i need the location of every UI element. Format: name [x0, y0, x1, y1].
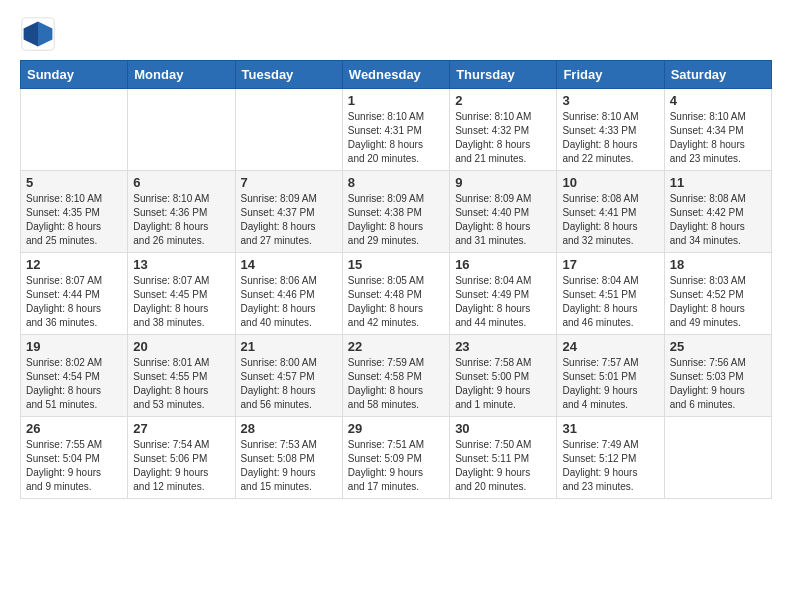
day-cell: 31Sunrise: 7:49 AM Sunset: 5:12 PM Dayli…: [557, 417, 664, 499]
day-info: Sunrise: 8:03 AM Sunset: 4:52 PM Dayligh…: [670, 274, 766, 330]
day-number: 26: [26, 421, 122, 436]
day-info: Sunrise: 7:57 AM Sunset: 5:01 PM Dayligh…: [562, 356, 658, 412]
day-info: Sunrise: 8:07 AM Sunset: 4:44 PM Dayligh…: [26, 274, 122, 330]
day-info: Sunrise: 8:10 AM Sunset: 4:32 PM Dayligh…: [455, 110, 551, 166]
day-cell: 19Sunrise: 8:02 AM Sunset: 4:54 PM Dayli…: [21, 335, 128, 417]
day-cell: 10Sunrise: 8:08 AM Sunset: 4:41 PM Dayli…: [557, 171, 664, 253]
weekday-header-row: SundayMondayTuesdayWednesdayThursdayFrid…: [21, 61, 772, 89]
weekday-header-wednesday: Wednesday: [342, 61, 449, 89]
day-info: Sunrise: 7:49 AM Sunset: 5:12 PM Dayligh…: [562, 438, 658, 494]
day-info: Sunrise: 8:08 AM Sunset: 4:41 PM Dayligh…: [562, 192, 658, 248]
day-info: Sunrise: 7:56 AM Sunset: 5:03 PM Dayligh…: [670, 356, 766, 412]
day-cell: 18Sunrise: 8:03 AM Sunset: 4:52 PM Dayli…: [664, 253, 771, 335]
day-number: 21: [241, 339, 337, 354]
day-number: 1: [348, 93, 444, 108]
day-info: Sunrise: 8:09 AM Sunset: 4:38 PM Dayligh…: [348, 192, 444, 248]
day-cell: 21Sunrise: 8:00 AM Sunset: 4:57 PM Dayli…: [235, 335, 342, 417]
day-info: Sunrise: 8:09 AM Sunset: 4:40 PM Dayligh…: [455, 192, 551, 248]
day-cell: [21, 89, 128, 171]
day-info: Sunrise: 8:09 AM Sunset: 4:37 PM Dayligh…: [241, 192, 337, 248]
day-number: 15: [348, 257, 444, 272]
week-row-2: 5Sunrise: 8:10 AM Sunset: 4:35 PM Daylig…: [21, 171, 772, 253]
day-number: 5: [26, 175, 122, 190]
day-info: Sunrise: 8:10 AM Sunset: 4:33 PM Dayligh…: [562, 110, 658, 166]
day-number: 3: [562, 93, 658, 108]
calendar-table: SundayMondayTuesdayWednesdayThursdayFrid…: [20, 60, 772, 499]
logo-icon: [20, 16, 56, 52]
day-cell: 14Sunrise: 8:06 AM Sunset: 4:46 PM Dayli…: [235, 253, 342, 335]
day-cell: 7Sunrise: 8:09 AM Sunset: 4:37 PM Daylig…: [235, 171, 342, 253]
day-cell: 25Sunrise: 7:56 AM Sunset: 5:03 PM Dayli…: [664, 335, 771, 417]
day-number: 23: [455, 339, 551, 354]
day-number: 10: [562, 175, 658, 190]
day-cell: 29Sunrise: 7:51 AM Sunset: 5:09 PM Dayli…: [342, 417, 449, 499]
day-number: 25: [670, 339, 766, 354]
day-cell: 4Sunrise: 8:10 AM Sunset: 4:34 PM Daylig…: [664, 89, 771, 171]
day-number: 18: [670, 257, 766, 272]
day-cell: 20Sunrise: 8:01 AM Sunset: 4:55 PM Dayli…: [128, 335, 235, 417]
day-number: 20: [133, 339, 229, 354]
day-cell: [235, 89, 342, 171]
day-number: 13: [133, 257, 229, 272]
day-cell: 2Sunrise: 8:10 AM Sunset: 4:32 PM Daylig…: [450, 89, 557, 171]
day-number: 17: [562, 257, 658, 272]
day-info: Sunrise: 8:10 AM Sunset: 4:36 PM Dayligh…: [133, 192, 229, 248]
day-info: Sunrise: 7:59 AM Sunset: 4:58 PM Dayligh…: [348, 356, 444, 412]
week-row-5: 26Sunrise: 7:55 AM Sunset: 5:04 PM Dayli…: [21, 417, 772, 499]
day-cell: 24Sunrise: 7:57 AM Sunset: 5:01 PM Dayli…: [557, 335, 664, 417]
day-number: 28: [241, 421, 337, 436]
day-number: 4: [670, 93, 766, 108]
day-cell: 17Sunrise: 8:04 AM Sunset: 4:51 PM Dayli…: [557, 253, 664, 335]
day-info: Sunrise: 8:07 AM Sunset: 4:45 PM Dayligh…: [133, 274, 229, 330]
logo: [20, 16, 60, 52]
week-row-4: 19Sunrise: 8:02 AM Sunset: 4:54 PM Dayli…: [21, 335, 772, 417]
day-cell: 1Sunrise: 8:10 AM Sunset: 4:31 PM Daylig…: [342, 89, 449, 171]
day-number: 14: [241, 257, 337, 272]
day-cell: 3Sunrise: 8:10 AM Sunset: 4:33 PM Daylig…: [557, 89, 664, 171]
day-info: Sunrise: 8:01 AM Sunset: 4:55 PM Dayligh…: [133, 356, 229, 412]
day-info: Sunrise: 8:05 AM Sunset: 4:48 PM Dayligh…: [348, 274, 444, 330]
day-cell: 5Sunrise: 8:10 AM Sunset: 4:35 PM Daylig…: [21, 171, 128, 253]
day-number: 29: [348, 421, 444, 436]
day-cell: 27Sunrise: 7:54 AM Sunset: 5:06 PM Dayli…: [128, 417, 235, 499]
day-info: Sunrise: 8:10 AM Sunset: 4:31 PM Dayligh…: [348, 110, 444, 166]
day-info: Sunrise: 8:00 AM Sunset: 4:57 PM Dayligh…: [241, 356, 337, 412]
weekday-header-friday: Friday: [557, 61, 664, 89]
day-cell: 28Sunrise: 7:53 AM Sunset: 5:08 PM Dayli…: [235, 417, 342, 499]
header: [20, 16, 772, 52]
day-number: 7: [241, 175, 337, 190]
day-info: Sunrise: 8:02 AM Sunset: 4:54 PM Dayligh…: [26, 356, 122, 412]
day-cell: 9Sunrise: 8:09 AM Sunset: 4:40 PM Daylig…: [450, 171, 557, 253]
weekday-header-saturday: Saturday: [664, 61, 771, 89]
day-info: Sunrise: 7:51 AM Sunset: 5:09 PM Dayligh…: [348, 438, 444, 494]
weekday-header-monday: Monday: [128, 61, 235, 89]
day-cell: 11Sunrise: 8:08 AM Sunset: 4:42 PM Dayli…: [664, 171, 771, 253]
day-info: Sunrise: 7:54 AM Sunset: 5:06 PM Dayligh…: [133, 438, 229, 494]
day-cell: 16Sunrise: 8:04 AM Sunset: 4:49 PM Dayli…: [450, 253, 557, 335]
day-cell: 8Sunrise: 8:09 AM Sunset: 4:38 PM Daylig…: [342, 171, 449, 253]
day-cell: [664, 417, 771, 499]
day-number: 2: [455, 93, 551, 108]
weekday-header-sunday: Sunday: [21, 61, 128, 89]
day-cell: 6Sunrise: 8:10 AM Sunset: 4:36 PM Daylig…: [128, 171, 235, 253]
page: SundayMondayTuesdayWednesdayThursdayFrid…: [0, 0, 792, 515]
day-number: 8: [348, 175, 444, 190]
day-info: Sunrise: 8:04 AM Sunset: 4:49 PM Dayligh…: [455, 274, 551, 330]
weekday-header-tuesday: Tuesday: [235, 61, 342, 89]
day-number: 31: [562, 421, 658, 436]
day-info: Sunrise: 8:10 AM Sunset: 4:34 PM Dayligh…: [670, 110, 766, 166]
day-info: Sunrise: 7:58 AM Sunset: 5:00 PM Dayligh…: [455, 356, 551, 412]
day-cell: 13Sunrise: 8:07 AM Sunset: 4:45 PM Dayli…: [128, 253, 235, 335]
week-row-3: 12Sunrise: 8:07 AM Sunset: 4:44 PM Dayli…: [21, 253, 772, 335]
day-number: 19: [26, 339, 122, 354]
day-number: 9: [455, 175, 551, 190]
day-number: 11: [670, 175, 766, 190]
day-cell: 15Sunrise: 8:05 AM Sunset: 4:48 PM Dayli…: [342, 253, 449, 335]
week-row-1: 1Sunrise: 8:10 AM Sunset: 4:31 PM Daylig…: [21, 89, 772, 171]
day-info: Sunrise: 7:55 AM Sunset: 5:04 PM Dayligh…: [26, 438, 122, 494]
day-cell: 23Sunrise: 7:58 AM Sunset: 5:00 PM Dayli…: [450, 335, 557, 417]
day-cell: 22Sunrise: 7:59 AM Sunset: 4:58 PM Dayli…: [342, 335, 449, 417]
day-number: 24: [562, 339, 658, 354]
day-info: Sunrise: 8:08 AM Sunset: 4:42 PM Dayligh…: [670, 192, 766, 248]
day-info: Sunrise: 8:04 AM Sunset: 4:51 PM Dayligh…: [562, 274, 658, 330]
